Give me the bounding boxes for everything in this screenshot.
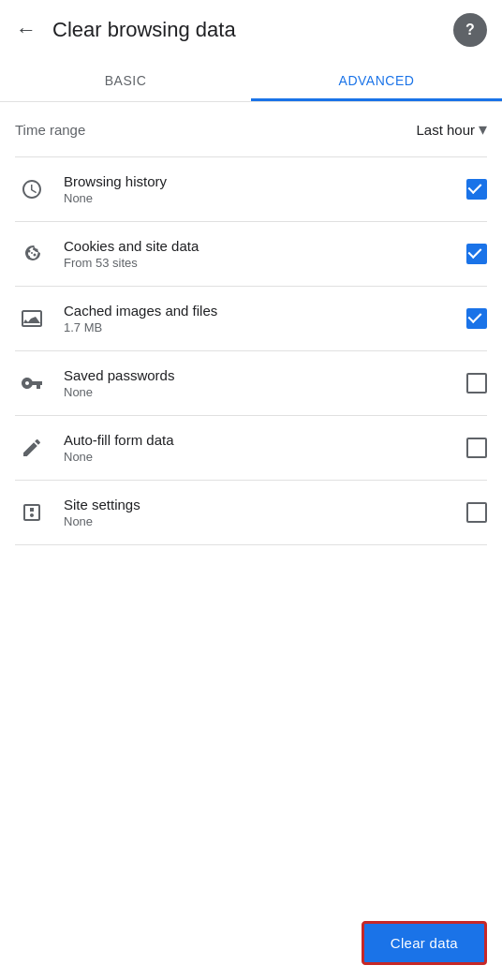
list-item-autofill: Auto-fill form data None — [0, 416, 502, 480]
svg-point-4 — [31, 252, 33, 254]
cached-checkbox[interactable] — [466, 308, 487, 329]
autofill-checkbox[interactable] — [466, 438, 487, 458]
key-icon — [15, 366, 49, 400]
dropdown-arrow-icon: ▾ — [479, 119, 487, 140]
browsing-history-checkbox[interactable] — [466, 179, 487, 200]
browsing-history-title: Browsing history — [64, 173, 451, 189]
autofill-subtitle: None — [64, 450, 451, 464]
image-icon — [15, 302, 49, 335]
passwords-checkbox[interactable] — [466, 373, 487, 393]
cookies-checkbox[interactable] — [466, 244, 487, 264]
list-item-cookies: Cookies and site data From 53 sites — [0, 222, 502, 286]
list-item-site-settings: Site settings None — [0, 481, 502, 544]
cookies-icon — [15, 237, 49, 271]
time-range-select[interactable]: Last hour ▾ — [416, 119, 487, 140]
tab-advanced[interactable]: ADVANCED — [251, 60, 502, 101]
passwords-subtitle: None — [64, 385, 451, 399]
back-button[interactable]: ← — [7, 11, 45, 49]
pen-icon — [15, 431, 49, 465]
site-settings-title: Site settings — [64, 497, 451, 512]
header-left: ← Clear browsing data — [7, 11, 236, 49]
list-item-browsing-history: Browsing history None — [0, 157, 502, 221]
passwords-title: Saved passwords — [64, 367, 451, 383]
tabs-container: BASIC ADVANCED — [0, 60, 502, 102]
autofill-text: Auto-fill form data None — [64, 432, 451, 464]
cached-title: Cached images and files — [64, 303, 451, 319]
back-arrow-icon: ← — [16, 18, 37, 42]
settings-icon — [15, 496, 49, 529]
clock-icon — [15, 172, 49, 206]
list-item-cached: Cached images and files 1.7 MB — [0, 287, 502, 350]
cached-subtitle: 1.7 MB — [64, 320, 451, 334]
browsing-history-text: Browsing history None — [64, 173, 451, 205]
help-icon: ? — [465, 22, 475, 38]
passwords-text: Saved passwords None — [64, 367, 451, 399]
list-item-passwords: Saved passwords None — [0, 351, 502, 415]
time-range-row: Time range Last hour ▾ — [0, 102, 502, 156]
page-title: Clear browsing data — [52, 18, 236, 42]
bottom-area: Clear data — [0, 906, 502, 980]
site-settings-checkbox[interactable] — [466, 502, 487, 523]
time-range-label: Time range — [15, 122, 85, 138]
clear-data-button[interactable]: Clear data — [362, 921, 487, 965]
header: ← Clear browsing data ? — [0, 0, 502, 60]
autofill-title: Auto-fill form data — [64, 432, 451, 448]
divider-6 — [15, 544, 487, 545]
cookies-title: Cookies and site data — [64, 238, 451, 254]
site-settings-text: Site settings None — [64, 497, 451, 528]
cookies-subtitle: From 53 sites — [64, 256, 451, 270]
help-button[interactable]: ? — [453, 13, 487, 47]
browsing-history-subtitle: None — [64, 191, 451, 205]
tab-basic[interactable]: BASIC — [0, 60, 251, 101]
site-settings-subtitle: None — [64, 514, 451, 528]
svg-point-2 — [34, 254, 37, 257]
cached-text: Cached images and files 1.7 MB — [64, 303, 451, 334]
cookies-text: Cookies and site data From 53 sites — [64, 238, 451, 270]
time-range-value: Last hour — [416, 122, 475, 138]
